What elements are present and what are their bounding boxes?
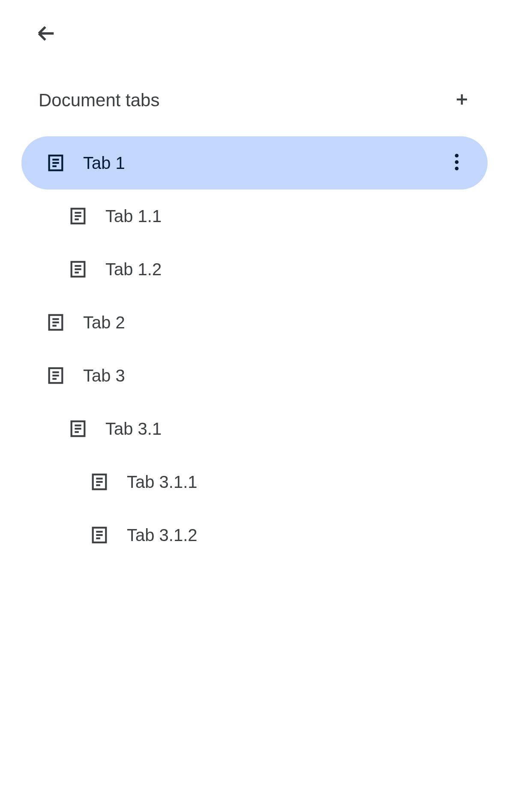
tab-item-tab-2[interactable]: Tab 2	[21, 296, 488, 349]
svg-point-5	[455, 160, 459, 164]
add-tab-button[interactable]	[453, 92, 470, 109]
document-icon	[45, 153, 66, 173]
tab-more-button[interactable]	[446, 153, 467, 173]
tab-item-tab-3[interactable]: Tab 3	[21, 349, 488, 402]
document-icon	[68, 259, 88, 280]
tab-label: Tab 1	[83, 153, 125, 173]
svg-point-6	[455, 167, 459, 171]
page-title: Document tabs	[39, 90, 159, 111]
tab-label: Tab 3.1.2	[127, 526, 198, 545]
plus-icon	[454, 92, 470, 109]
tab-item-tab-3-1[interactable]: Tab 3.1	[21, 402, 488, 455]
tab-item-tab-3-1-2[interactable]: Tab 3.1.2	[21, 508, 488, 562]
more-vert-icon	[455, 153, 459, 172]
tab-label: Tab 3.1.1	[127, 472, 198, 492]
tab-item-tab-1-2[interactable]: Tab 1.2	[21, 243, 488, 296]
document-icon	[89, 525, 110, 545]
back-button[interactable]	[33, 21, 59, 47]
tab-label: Tab 3	[83, 366, 125, 385]
tab-item-tab-3-1-1[interactable]: Tab 3.1.1	[21, 455, 488, 508]
tab-label: Tab 1.1	[105, 207, 162, 226]
tab-label: Tab 1.2	[105, 260, 162, 279]
arrow-back-icon	[35, 22, 57, 46]
document-icon	[89, 472, 110, 492]
tab-label: Tab 2	[83, 313, 125, 332]
tab-item-tab-1[interactable]: Tab 1	[21, 136, 488, 189]
document-icon	[68, 206, 88, 226]
svg-point-4	[455, 154, 459, 158]
document-icon	[68, 418, 88, 439]
tab-label: Tab 3.1	[105, 419, 162, 439]
document-icon	[45, 365, 66, 386]
header-row: Document tabs	[21, 90, 488, 111]
document-icon	[45, 312, 66, 333]
tab-item-tab-1-1[interactable]: Tab 1.1	[21, 189, 488, 243]
